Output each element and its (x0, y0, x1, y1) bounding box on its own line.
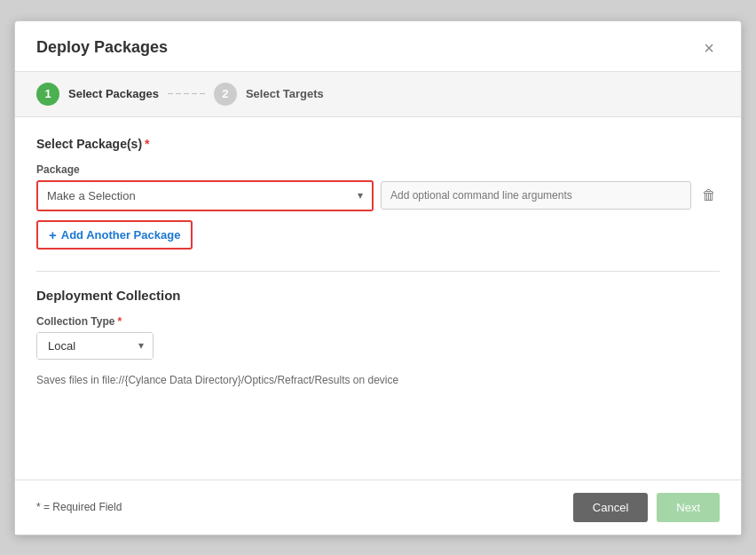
package-field-label: Package (36, 163, 720, 176)
cancel-button[interactable]: Cancel (573, 493, 648, 522)
modal-header: Deploy Packages × (15, 21, 741, 71)
collection-type-select[interactable]: Local Network Custom (37, 333, 153, 359)
step-separator (168, 93, 205, 94)
step-1-label: Select Packages (68, 87, 159, 100)
step-1-circle: 1 (36, 83, 59, 106)
next-button[interactable]: Next (657, 493, 720, 522)
required-field-note: * = Required Field (36, 501, 122, 513)
section-divider (36, 271, 720, 272)
modal-footer: * = Required Field Cancel Next (15, 480, 741, 535)
package-select[interactable]: Make a Selection (38, 182, 372, 210)
add-another-package-button[interactable]: + Add Another Package (36, 220, 193, 250)
modal-body: Select Package(s)* Package Make a Select… (15, 117, 741, 400)
deploy-packages-modal: Deploy Packages × 1 Select Packages 2 Se… (14, 20, 742, 535)
delete-package-button[interactable]: 🗑 (698, 184, 720, 207)
footer-buttons: Cancel Next (573, 493, 720, 522)
steps-bar: 1 Select Packages 2 Select Targets (15, 71, 741, 117)
collection-type-label: Collection Type* (36, 315, 720, 328)
collection-hint: Saves files in file://{Cylance Data Dire… (36, 374, 720, 386)
required-star: * (145, 137, 149, 151)
deployment-collection-title: Deployment Collection (36, 288, 720, 303)
collection-type-wrapper: Local Network Custom ▾ (36, 332, 154, 360)
close-button[interactable]: × (698, 37, 720, 59)
select-packages-section-label: Select Package(s)* (36, 137, 720, 151)
deployment-collection-section: Deployment Collection Collection Type* L… (36, 288, 720, 386)
step-2-circle: 2 (214, 83, 237, 106)
modal-title: Deploy Packages (36, 38, 168, 57)
modal-backdrop: Deploy Packages × 1 Select Packages 2 Se… (0, 0, 756, 555)
add-package-label: Add Another Package (61, 228, 181, 242)
add-plus-icon: + (49, 227, 57, 242)
collection-required-star: * (117, 315, 122, 328)
package-row: Make a Selection ▾ 🗑 (36, 180, 720, 211)
delete-icon: 🗑 (702, 187, 716, 203)
optional-arguments-input[interactable] (381, 181, 691, 210)
step-2-label: Select Targets (246, 87, 324, 100)
package-select-wrapper: Make a Selection ▾ (36, 180, 374, 211)
